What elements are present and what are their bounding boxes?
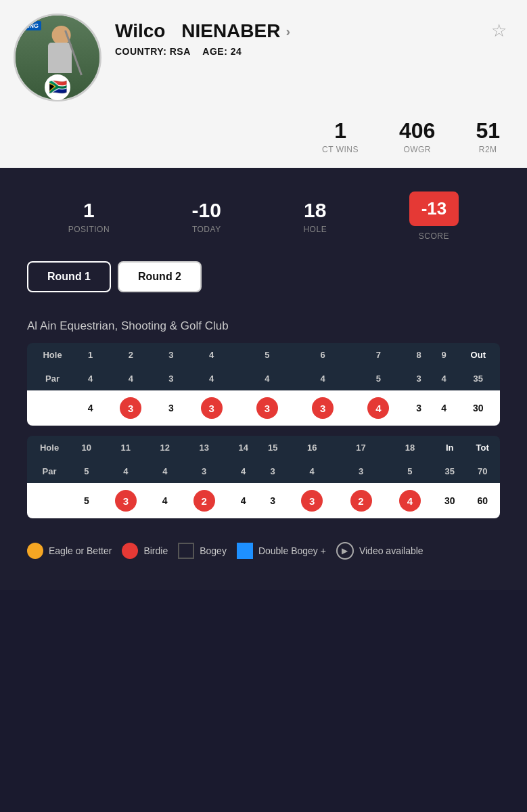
par-label: Par bbox=[27, 367, 78, 390]
hole-8-header: 8 bbox=[407, 343, 432, 367]
tab-round-2[interactable]: Round 2 bbox=[118, 261, 202, 292]
par-out: 35 bbox=[457, 367, 500, 390]
chevron-right-icon[interactable]: › bbox=[285, 24, 290, 39]
front-nine-table: Hole 1 2 3 4 5 6 7 8 9 Out Par 4 4 bbox=[27, 343, 500, 426]
bogey-label: Bogey bbox=[200, 545, 227, 556]
score-4: 3 bbox=[183, 390, 239, 426]
legend-double-bogey: Double Bogey + bbox=[237, 543, 326, 559]
birdie-4: 3 bbox=[201, 397, 223, 419]
in-header: In bbox=[434, 436, 465, 459]
bogey-icon bbox=[178, 543, 194, 559]
par-in: 35 bbox=[434, 459, 465, 483]
score-14: 4 bbox=[229, 483, 258, 518]
r2m-label: R2M bbox=[476, 145, 500, 154]
hole-6-header: 6 bbox=[295, 343, 350, 367]
score-7: 4 bbox=[350, 390, 406, 426]
score-label-cell-back bbox=[27, 483, 72, 518]
back-nine-table: Hole 10 11 12 13 14 15 16 17 18 In Tot P… bbox=[27, 436, 500, 518]
r2m-value: 51 bbox=[476, 118, 500, 143]
score-label-cell bbox=[27, 390, 78, 426]
par-10: 5 bbox=[72, 459, 101, 483]
player-meta: COUNTRY: RSA AGE: 24 bbox=[115, 46, 471, 57]
birdie-label: Birdie bbox=[143, 545, 168, 556]
par-11: 4 bbox=[101, 459, 150, 483]
par-8: 3 bbox=[407, 367, 432, 390]
par-5: 4 bbox=[239, 367, 295, 390]
hole-12-header: 12 bbox=[150, 436, 180, 459]
tab-round-1[interactable]: Round 1 bbox=[27, 261, 111, 292]
par-18: 5 bbox=[386, 459, 434, 483]
owgr-value: 406 bbox=[399, 118, 435, 143]
hole-2-header: 2 bbox=[103, 343, 158, 367]
birdie-6: 3 bbox=[312, 397, 334, 419]
back-nine-par-row: Par 5 4 4 3 4 3 4 3 5 35 70 bbox=[27, 459, 500, 483]
score-stat-block: -13 SCORE bbox=[409, 191, 459, 241]
hole-13-header: 13 bbox=[180, 436, 229, 459]
current-round-stats: 1 POSITION -10 TODAY 18 HOLE -13 SCORE bbox=[14, 185, 513, 248]
score-18: 4 bbox=[386, 483, 434, 518]
score-3: 3 bbox=[158, 390, 183, 426]
score-15: 3 bbox=[258, 483, 288, 518]
birdie-icon bbox=[122, 543, 138, 559]
score-2: 3 bbox=[103, 390, 158, 426]
par-2: 4 bbox=[103, 367, 158, 390]
par-15: 3 bbox=[258, 459, 288, 483]
score-out: 30 bbox=[457, 390, 500, 426]
birdie-7: 4 bbox=[367, 397, 389, 419]
score-6: 3 bbox=[295, 390, 350, 426]
round-tabs: Round 1 Round 2 bbox=[14, 248, 513, 299]
owgr-stat: 406 OWGR bbox=[399, 118, 435, 154]
par-6: 4 bbox=[295, 367, 350, 390]
video-label: Video available bbox=[359, 545, 423, 556]
par-tot: 70 bbox=[465, 459, 500, 483]
birdie-5: 3 bbox=[256, 397, 278, 419]
header-section: PING 🇿🇦 Wilco NIENABER › COUNTRY: RSA AG… bbox=[0, 0, 527, 168]
hole-11-header: 11 bbox=[101, 436, 150, 459]
score-label: SCORE bbox=[409, 231, 459, 241]
hole-value: 18 bbox=[303, 199, 327, 222]
country-flag: 🇿🇦 bbox=[45, 74, 70, 100]
avatar-container: PING 🇿🇦 bbox=[14, 14, 101, 102]
score-5: 3 bbox=[239, 390, 295, 426]
player-name-block: Wilco NIENABER › COUNTRY: RSA AGE: 24 bbox=[115, 14, 471, 57]
position-stat: 1 POSITION bbox=[68, 199, 110, 234]
hole-header-back: Hole bbox=[27, 436, 72, 459]
par-9: 4 bbox=[432, 367, 457, 390]
video-icon: ▶ bbox=[336, 542, 354, 560]
hole-label: HOLE bbox=[303, 225, 327, 234]
birdie-13: 2 bbox=[193, 490, 215, 512]
hole-15-header: 15 bbox=[258, 436, 288, 459]
hole-18-header: 18 bbox=[386, 436, 434, 459]
par-12: 4 bbox=[150, 459, 180, 483]
star-icon: ☆ bbox=[491, 20, 507, 41]
score-1: 4 bbox=[78, 390, 103, 426]
today-value: -10 bbox=[192, 199, 221, 222]
par-3: 3 bbox=[158, 367, 183, 390]
ct-wins-stat: 1 CT WINS bbox=[322, 118, 359, 154]
scoreboard-section: 1 POSITION -10 TODAY 18 HOLE -13 SCORE R… bbox=[0, 168, 527, 590]
favorite-button[interactable]: ☆ bbox=[484, 14, 513, 48]
position-value: 1 bbox=[68, 199, 110, 222]
par-1: 4 bbox=[78, 367, 103, 390]
player-stats-row: 1 CT WINS 406 OWGR 51 R2M bbox=[14, 108, 513, 168]
hole-5-header: 5 bbox=[239, 343, 295, 367]
tot-header: Tot bbox=[465, 436, 500, 459]
double-bogey-icon bbox=[237, 543, 253, 559]
ping-logo: PING bbox=[21, 21, 41, 30]
hole-16-header: 16 bbox=[288, 436, 336, 459]
hole-17-header: 17 bbox=[336, 436, 385, 459]
player-info-row: PING 🇿🇦 Wilco NIENABER › COUNTRY: RSA AG… bbox=[14, 14, 513, 108]
hole-header: Hole bbox=[27, 343, 78, 367]
score-tot: 60 bbox=[465, 483, 500, 518]
score-10: 5 bbox=[72, 483, 101, 518]
eagle-label: Eagle or Better bbox=[49, 545, 112, 556]
birdie-16: 3 bbox=[301, 490, 323, 512]
course-name: Al Ain Equestrian, Shooting & Golf Club bbox=[14, 299, 513, 343]
par-16: 4 bbox=[288, 459, 336, 483]
legend-bogey: Bogey bbox=[178, 543, 227, 559]
eagle-icon bbox=[27, 543, 43, 559]
score-11: 3 bbox=[101, 483, 150, 518]
front-nine-header-row: Hole 1 2 3 4 5 6 7 8 9 Out bbox=[27, 343, 500, 367]
owgr-label: OWGR bbox=[399, 145, 435, 154]
legend-section: Eagle or Better Birdie Bogey Double Boge… bbox=[14, 528, 513, 573]
